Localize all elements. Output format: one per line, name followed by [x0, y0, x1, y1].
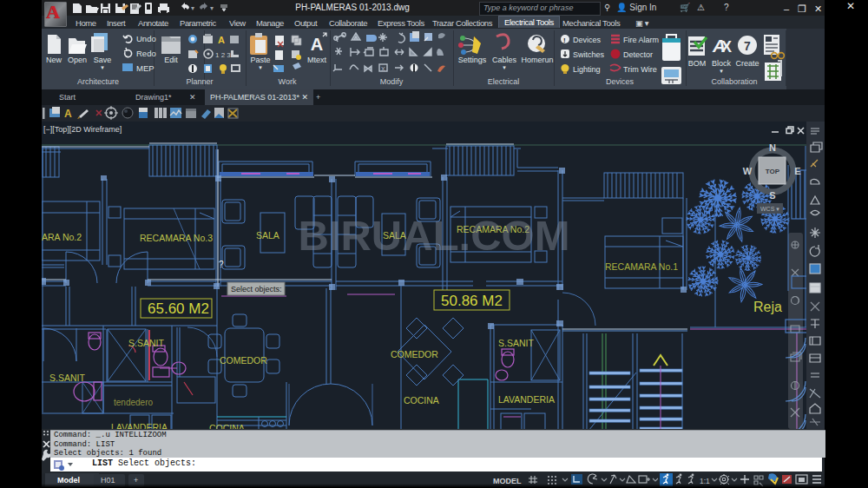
- svg-text:Redo: Redo: [136, 49, 156, 58]
- svg-text:RECAMARA No.1: RECAMARA No.1: [605, 261, 678, 272]
- svg-text:BIRUAL.COM: BIRUAL.COM: [298, 212, 569, 259]
- svg-text:Fire Alarm: Fire Alarm: [623, 36, 659, 44]
- svg-text:E: E: [794, 166, 800, 176]
- svg-text:Block: Block: [712, 59, 732, 68]
- svg-text:COCINA: COCINA: [404, 395, 439, 406]
- svg-text:Open: Open: [68, 56, 87, 64]
- svg-text:▾: ▾: [191, 4, 194, 12]
- svg-text:A: A: [311, 35, 323, 54]
- svg-text:50.86 M2: 50.86 M2: [441, 293, 503, 309]
- svg-text:W: W: [743, 166, 753, 176]
- svg-text:Electrical: Electrical: [488, 77, 520, 86]
- svg-text:MEP: MEP: [136, 63, 155, 73]
- svg-text:Save: Save: [94, 56, 112, 64]
- svg-text:Create: Create: [735, 59, 759, 68]
- svg-text:Trim Wire: Trim Wire: [623, 65, 657, 74]
- svg-text:Switches: Switches: [573, 50, 605, 59]
- svg-text:WCS ▾: WCS ▾: [760, 206, 779, 212]
- svg-text:▾: ▾: [101, 64, 104, 70]
- svg-text:Devices: Devices: [573, 36, 602, 44]
- svg-text:X: X: [381, 66, 385, 72]
- svg-text:Mtext: Mtext: [307, 56, 327, 64]
- svg-text:Devices: Devices: [606, 77, 635, 86]
- svg-text:?: ?: [219, 260, 224, 269]
- svg-text:A: A: [64, 108, 72, 120]
- svg-text:LAVANDERIA: LAVANDERIA: [498, 394, 555, 405]
- svg-text:X: X: [721, 38, 732, 56]
- svg-text:Work: Work: [279, 77, 297, 86]
- svg-text:Collaboration: Collaboration: [711, 77, 757, 86]
- svg-text:Modify: Modify: [380, 77, 404, 86]
- svg-text:Homerun: Homerun: [521, 56, 553, 64]
- svg-text:▾: ▾: [720, 68, 723, 74]
- svg-text:Reja: Reja: [753, 300, 782, 314]
- svg-text:Paste: Paste: [250, 56, 270, 64]
- svg-text:TOP: TOP: [766, 168, 780, 175]
- svg-text:Select objects:: Select objects:: [231, 285, 282, 293]
- svg-text:1 2 3: 1 2 3: [215, 51, 231, 59]
- svg-text:S: S: [769, 190, 775, 201]
- svg-text:tendedero: tendedero: [114, 398, 153, 407]
- svg-text:Lighting: Lighting: [573, 65, 601, 74]
- svg-text:New: New: [46, 56, 62, 64]
- svg-text:Edit: Edit: [164, 56, 178, 64]
- svg-text:Planner: Planner: [186, 77, 213, 86]
- svg-text:Architecture: Architecture: [77, 77, 119, 86]
- svg-text:SALA: SALA: [256, 230, 279, 241]
- svg-text:S.SANIT: S.SANIT: [498, 338, 534, 348]
- svg-text:7: 7: [744, 39, 751, 53]
- svg-text:LAVANDERIA: LAVANDERIA: [111, 422, 168, 429]
- svg-text:S.SANIT: S.SANIT: [49, 373, 85, 383]
- svg-text:BOM: BOM: [688, 59, 707, 68]
- svg-text:Settings: Settings: [458, 56, 487, 64]
- svg-text:Undo: Undo: [136, 34, 156, 43]
- svg-text:RECAMARA No.3: RECAMARA No.3: [140, 233, 213, 243]
- svg-text:A: A: [218, 35, 225, 45]
- svg-text:ARA No.2: ARA No.2: [42, 232, 82, 242]
- svg-text:[−][Top][2D Wireframe]: [−][Top][2D Wireframe]: [43, 125, 122, 134]
- svg-text:▾: ▾: [210, 4, 214, 12]
- svg-text:COMEDOR: COMEDOR: [391, 349, 438, 359]
- svg-text:S.SANIT: S.SANIT: [128, 338, 164, 348]
- svg-text:Cables: Cables: [492, 56, 517, 64]
- svg-text:COCINA: COCINA: [209, 423, 245, 429]
- svg-text:▾: ▾: [259, 64, 262, 70]
- svg-text:Detector: Detector: [623, 50, 653, 59]
- svg-text:!: !: [563, 36, 566, 44]
- svg-text:COMEDOR: COMEDOR: [220, 355, 267, 366]
- svg-text:▾: ▾: [503, 64, 506, 70]
- svg-text:65.60 M2: 65.60 M2: [148, 300, 209, 317]
- svg-text:N: N: [769, 142, 776, 153]
